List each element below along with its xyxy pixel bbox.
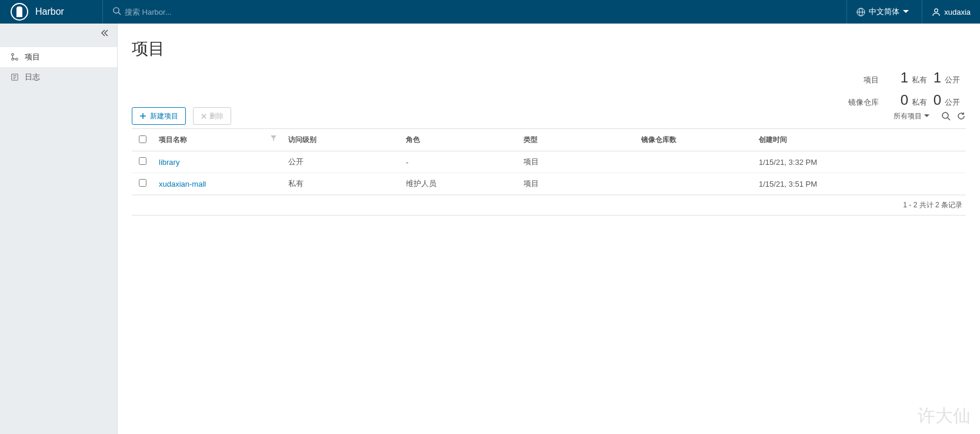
- svg-point-5: [935, 8, 938, 12]
- main-content: 项目 项目 1 私有 1 公开 镜像仓库 0 私有: [118, 24, 980, 434]
- chevron-down-icon: [903, 10, 909, 14]
- cell-role: -: [400, 151, 518, 173]
- cell-access: 公开: [282, 151, 400, 173]
- cell-repo-count: [635, 151, 753, 173]
- sidebar: 项目 日志: [0, 24, 118, 434]
- stats-projects-private-label: 私有: [912, 75, 927, 85]
- col-access: 访问级别: [288, 135, 316, 144]
- cell-repo-count: [635, 173, 753, 195]
- stats-repos-public-count: 0: [929, 92, 941, 108]
- new-project-button[interactable]: 新建项目: [132, 107, 186, 125]
- collapse-sidebar-button[interactable]: [101, 29, 109, 38]
- plus-icon: [139, 112, 146, 120]
- svg-point-8: [16, 58, 18, 61]
- table-row[interactable]: library 公开 - 项目 1/15/21, 3:32 PM: [132, 151, 966, 173]
- search-input[interactable]: [125, 8, 301, 16]
- col-repo-count: 镜像仓库数: [641, 135, 676, 144]
- sidebar-item-projects[interactable]: 项目: [0, 47, 117, 67]
- svg-point-6: [12, 54, 14, 56]
- stats-projects-private-count: 1: [896, 69, 908, 86]
- table-footer: 1 - 2 共计 2 条记录: [132, 195, 966, 216]
- x-icon: [201, 113, 207, 120]
- project-link[interactable]: xudaxian-mall: [159, 180, 206, 188]
- select-all-checkbox[interactable]: [139, 135, 146, 143]
- sidebar-item-label: 日志: [25, 72, 40, 82]
- sidebar-nav: 项目 日志: [0, 47, 117, 87]
- header-right: 中文简体 xudaxia: [846, 0, 980, 24]
- row-checkbox[interactable]: [139, 179, 146, 187]
- cell-created: 1/15/21, 3:32 PM: [753, 151, 966, 173]
- language-switcher[interactable]: 中文简体: [846, 0, 922, 24]
- cell-access: 私有: [282, 173, 400, 195]
- stats-repos-public-label: 公开: [945, 97, 960, 108]
- project-link[interactable]: library: [159, 158, 179, 167]
- brand-name: Harbor: [35, 6, 64, 17]
- search-area: [102, 0, 846, 24]
- svg-line-1: [118, 12, 121, 15]
- new-project-label: 新建项目: [150, 111, 178, 121]
- cell-type: 项目: [518, 151, 635, 173]
- brand-area[interactable]: Harbor: [0, 3, 102, 21]
- col-created: 创建时间: [759, 135, 787, 144]
- projects-icon: [11, 53, 19, 61]
- cell-type: 项目: [518, 173, 635, 195]
- search-icon: [112, 6, 121, 17]
- col-role: 角色: [406, 135, 420, 144]
- chevron-down-icon: [924, 114, 929, 118]
- app-header: Harbor 中文简体 xudaxia: [0, 0, 980, 24]
- logs-icon: [11, 73, 19, 81]
- row-checkbox[interactable]: [139, 157, 146, 165]
- stats-projects-public-count: 1: [929, 69, 941, 86]
- user-menu[interactable]: xudaxia: [922, 0, 980, 24]
- stats-repos-private-label: 私有: [912, 97, 927, 108]
- col-name: 项目名称: [159, 135, 187, 144]
- cell-created: 1/15/21, 3:51 PM: [753, 173, 966, 195]
- sidebar-item-label: 项目: [25, 52, 40, 62]
- language-label: 中文简体: [869, 6, 899, 17]
- cell-role: 维护人员: [400, 173, 518, 195]
- svg-line-10: [13, 58, 16, 59]
- projects-table: 项目名称 访问级别 角色 类型 镜像仓库数 创建时间 library: [132, 128, 966, 195]
- page-title: 项目: [132, 38, 966, 60]
- user-label: xudaxia: [944, 8, 971, 16]
- stats-projects-label: 项目: [851, 75, 879, 85]
- col-type: 类型: [524, 135, 538, 144]
- stats-projects-public-label: 公开: [945, 75, 960, 85]
- stats-panel: 项目 1 私有 1 公开 镜像仓库 0 私有 0 公开: [848, 69, 962, 114]
- table-row[interactable]: xudaxian-mall 私有 维护人员 项目 1/15/21, 3:51 P…: [132, 173, 966, 195]
- stats-repos-private-count: 0: [896, 92, 908, 108]
- svg-point-0: [114, 8, 119, 13]
- filter-icon[interactable]: [271, 135, 276, 143]
- stats-repos-label: 镜像仓库: [848, 97, 879, 108]
- svg-line-20: [948, 118, 950, 120]
- harbor-logo-icon: [11, 3, 28, 21]
- sidebar-item-logs[interactable]: 日志: [0, 67, 117, 87]
- delete-button: 删除: [193, 107, 231, 125]
- delete-label: 删除: [209, 111, 224, 121]
- toolbar: 新建项目 删除 所有项目: [132, 107, 966, 125]
